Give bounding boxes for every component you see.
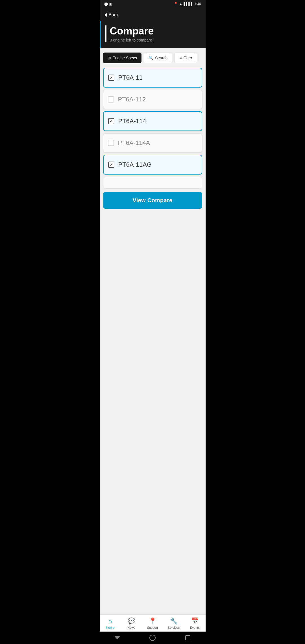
home-circle-icon bbox=[149, 635, 156, 641]
recents-system-btn[interactable] bbox=[184, 634, 192, 642]
engine-name-pt6a-11ag: PT6A-11AG bbox=[118, 161, 152, 168]
location-icon: 📍 bbox=[174, 2, 178, 6]
bottom-nav: ⌂ Home 💬 News 📍 Support 🔧 Services 📅 Eve… bbox=[100, 614, 206, 632]
main-content: ⊞ Engine Specs 🔍 Search ≡ Filter ✓ PT6A-… bbox=[100, 48, 206, 614]
home-icon: ⌂ bbox=[108, 617, 112, 625]
nav-news[interactable]: 💬 News bbox=[121, 615, 142, 632]
system-nav bbox=[100, 632, 206, 644]
engine-specs-icon: ⊞ bbox=[108, 56, 111, 60]
checkbox-pt6a-114[interactable]: ✓ bbox=[108, 118, 114, 124]
nav-support[interactable]: 📍 Support bbox=[142, 615, 163, 632]
support-icon: 📍 bbox=[149, 617, 156, 625]
signal-icon: ▌▌▌▌ bbox=[184, 2, 193, 6]
events-icon: 📅 bbox=[191, 617, 199, 625]
tab-bar: ⊞ Engine Specs 🔍 Search ≡ Filter bbox=[100, 48, 206, 68]
nav-news-label: News bbox=[127, 626, 135, 629]
checkmark-icon: ✓ bbox=[110, 75, 113, 80]
nav-events[interactable]: 📅 Events bbox=[184, 615, 206, 632]
engine-item-pt6a-11ag[interactable]: ✓ PT6A-11AG bbox=[103, 155, 202, 175]
tab-search[interactable]: 🔍 Search bbox=[144, 53, 172, 63]
nav-support-label: Support bbox=[147, 626, 158, 629]
engine-name-pt6a-114a: PT6A-114A bbox=[118, 139, 150, 147]
back-triangle-icon bbox=[114, 636, 120, 639]
nav-home-label: Home bbox=[106, 626, 114, 629]
time-display: 1:46 bbox=[194, 2, 201, 6]
engine-item-pt6a-11[interactable]: ✓ PT6A-11 bbox=[103, 68, 202, 88]
recents-square-icon bbox=[185, 635, 190, 640]
back-system-btn[interactable] bbox=[113, 634, 121, 642]
tab-filter-label: Filter bbox=[183, 56, 192, 60]
status-left: ⬤ ▣ bbox=[104, 2, 112, 6]
home-system-btn[interactable] bbox=[149, 634, 156, 642]
page-subtitle: 0 engine left to compare bbox=[110, 38, 201, 42]
back-label: Back bbox=[109, 12, 119, 18]
view-compare-wrapper: View Compare bbox=[100, 189, 206, 212]
checkbox-pt6a-11ag[interactable]: ✓ bbox=[108, 162, 114, 168]
page-title-section: Compare 0 engine left to compare bbox=[100, 21, 206, 48]
back-arrow-icon bbox=[104, 13, 107, 17]
wifi-icon: ▲ bbox=[179, 2, 182, 6]
checkbox-pt6a-112[interactable] bbox=[108, 96, 114, 103]
tab-filter[interactable]: ≡ Filter bbox=[175, 53, 197, 63]
nav-services-label: Services bbox=[168, 626, 180, 629]
view-compare-button[interactable]: View Compare bbox=[103, 192, 202, 209]
news-icon: 💬 bbox=[128, 617, 135, 625]
back-button[interactable]: Back bbox=[104, 11, 119, 19]
page-title-wrapper: Compare 0 engine left to compare bbox=[105, 25, 201, 42]
engine-item-pt6a-114[interactable]: ✓ PT6A-114 bbox=[103, 111, 202, 131]
engine-name-pt6a-11: PT6A-11 bbox=[118, 74, 143, 81]
filter-icon: ≡ bbox=[179, 56, 182, 60]
checkmark-icon-114: ✓ bbox=[110, 119, 113, 123]
engine-list: ✓ PT6A-11 PT6A-112 ✓ PT6A-114 PT6A-114A bbox=[100, 68, 206, 189]
status-bar: ⬤ ▣ 📍 ▲ ▌▌▌▌ 1:46 bbox=[100, 0, 206, 8]
nav-services[interactable]: 🔧 Services bbox=[163, 615, 184, 632]
tab-engine-specs-label: Engine Specs bbox=[113, 56, 137, 60]
search-icon: 🔍 bbox=[149, 56, 153, 60]
nav-home[interactable]: ⌂ Home bbox=[100, 615, 121, 632]
nav-events-label: Events bbox=[190, 626, 200, 629]
tab-engine-specs[interactable]: ⊞ Engine Specs bbox=[103, 53, 141, 63]
engine-item-partial bbox=[103, 177, 202, 189]
status-icons: ⬤ ▣ bbox=[104, 2, 112, 6]
engine-item-pt6a-112[interactable]: PT6A-112 bbox=[103, 90, 202, 109]
engine-name-pt6a-114: PT6A-114 bbox=[118, 118, 146, 125]
tab-search-label: Search bbox=[155, 56, 167, 60]
checkbox-pt6a-11[interactable]: ✓ bbox=[108, 75, 114, 81]
status-right: 📍 ▲ ▌▌▌▌ 1:46 bbox=[174, 2, 201, 6]
engine-name-pt6a-112: PT6A-112 bbox=[118, 96, 146, 103]
app-header: Back bbox=[100, 8, 206, 21]
checkbox-pt6a-114a[interactable] bbox=[108, 140, 114, 146]
engine-item-pt6a-114a[interactable]: PT6A-114A bbox=[103, 133, 202, 153]
page-title: Compare bbox=[110, 25, 201, 37]
services-icon: 🔧 bbox=[170, 617, 178, 625]
checkmark-icon-11ag: ✓ bbox=[110, 162, 113, 167]
